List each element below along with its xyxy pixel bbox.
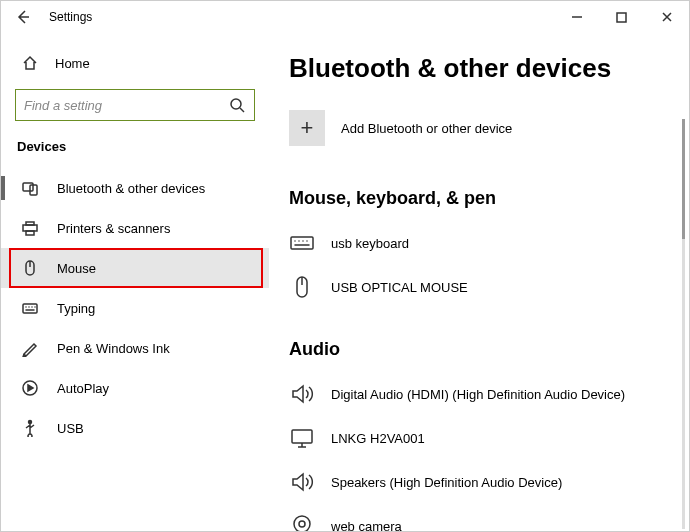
section-heading: Audio: [289, 339, 675, 360]
keyboard-icon: [21, 299, 39, 317]
sidebar-item-label: Printers & scanners: [57, 221, 170, 236]
svg-rect-2: [23, 183, 33, 191]
plus-icon: +: [289, 110, 325, 146]
sidebar-item-autoplay[interactable]: AutoPlay: [1, 368, 269, 408]
svg-rect-8: [23, 304, 37, 313]
monitor-icon: [289, 425, 315, 451]
sidebar-group-header: Devices: [1, 139, 269, 154]
svg-rect-0: [617, 13, 626, 22]
svg-rect-5: [26, 222, 34, 225]
keyboard-icon: [289, 230, 315, 256]
add-device-button[interactable]: + Add Bluetooth or other device: [289, 110, 675, 146]
printer-icon: [21, 219, 39, 237]
sidebar-item-bluetooth[interactable]: Bluetooth & other devices: [1, 168, 269, 208]
highlight-box: [9, 248, 263, 288]
svg-rect-6: [26, 231, 34, 235]
device-label: USB OPTICAL MOUSE: [331, 280, 468, 295]
close-button[interactable]: [644, 1, 689, 33]
speaker-icon: [289, 469, 315, 495]
scrollbar[interactable]: [682, 119, 685, 529]
svg-rect-11: [291, 237, 313, 249]
sidebar-item-usb[interactable]: USB: [1, 408, 269, 448]
device-item-mouse[interactable]: USB OPTICAL MOUSE: [289, 267, 675, 307]
camera-icon: [289, 513, 315, 531]
sidebar-item-label: USB: [57, 421, 84, 436]
device-label: usb keyboard: [331, 236, 409, 251]
usb-icon: [21, 419, 39, 437]
sidebar-item-mouse[interactable]: Mouse: [1, 248, 269, 288]
svg-rect-13: [292, 430, 312, 443]
titlebar: Settings: [1, 1, 689, 33]
sidebar-home[interactable]: Home: [1, 45, 269, 81]
devices-icon: [21, 179, 39, 197]
sidebar-item-label: Mouse: [57, 261, 96, 276]
window-title: Settings: [49, 10, 92, 24]
svg-rect-4: [23, 225, 37, 231]
sidebar-item-label: AutoPlay: [57, 381, 109, 396]
speaker-icon: [289, 381, 315, 407]
svg-point-10: [29, 421, 32, 424]
sidebar-item-printers[interactable]: Printers & scanners: [1, 208, 269, 248]
device-label: Speakers (High Definition Audio Device): [331, 475, 562, 490]
device-item-hdmi-audio[interactable]: Digital Audio (HDMI) (High Definition Au…: [289, 374, 675, 414]
device-label: LNKG H2VA001: [331, 431, 425, 446]
minimize-icon: [571, 11, 583, 23]
section-heading: Mouse, keyboard, & pen: [289, 188, 675, 209]
sidebar-item-typing[interactable]: Typing: [1, 288, 269, 328]
close-icon: [661, 11, 673, 23]
svg-point-14: [294, 516, 310, 531]
maximize-button[interactable]: [599, 1, 644, 33]
search-input[interactable]: [15, 89, 255, 121]
pen-icon: [21, 339, 39, 357]
device-item-monitor[interactable]: LNKG H2VA001: [289, 418, 675, 458]
page-title: Bluetooth & other devices: [289, 53, 675, 84]
device-label: Digital Audio (HDMI) (High Definition Au…: [331, 387, 625, 402]
search-icon: [228, 96, 246, 114]
sidebar-item-pen[interactable]: Pen & Windows Ink: [1, 328, 269, 368]
main-content: Bluetooth & other devices + Add Bluetoot…: [269, 33, 689, 531]
add-device-label: Add Bluetooth or other device: [341, 121, 512, 136]
home-icon: [21, 54, 39, 72]
device-item-speakers[interactable]: Speakers (High Definition Audio Device): [289, 462, 675, 502]
back-button[interactable]: [1, 1, 45, 33]
device-item-keyboard[interactable]: usb keyboard: [289, 223, 675, 263]
svg-point-1: [231, 99, 241, 109]
svg-point-15: [299, 521, 305, 527]
maximize-icon: [616, 12, 627, 23]
sidebar-item-label: Typing: [57, 301, 95, 316]
sidebar: Home Devices Bluetooth & other devices P…: [1, 33, 269, 531]
autoplay-icon: [21, 379, 39, 397]
arrow-left-icon: [14, 8, 32, 26]
minimize-button[interactable]: [554, 1, 599, 33]
sidebar-item-label: Bluetooth & other devices: [57, 181, 205, 196]
mouse-icon: [289, 274, 315, 300]
device-label: web camera: [331, 519, 402, 532]
device-item-webcam[interactable]: web camera: [289, 506, 675, 531]
search-field[interactable]: [24, 98, 224, 113]
sidebar-home-label: Home: [55, 56, 90, 71]
mouse-icon: [21, 259, 39, 277]
sidebar-item-label: Pen & Windows Ink: [57, 341, 170, 356]
